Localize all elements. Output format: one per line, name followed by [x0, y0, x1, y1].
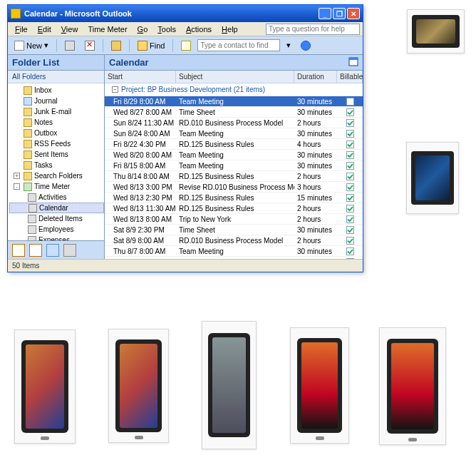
- folder-junk-e-mail[interactable]: Junk E-mail: [9, 106, 104, 117]
- folder-deleted-items[interactable]: Deleted Items: [9, 213, 104, 224]
- folder-journal[interactable]: Journal: [9, 96, 104, 106]
- cell-billable[interactable]: [337, 246, 363, 256]
- menu-edit[interactable]: Edit: [33, 24, 56, 35]
- project-group-row[interactable]: − Project: BP Business Development (21 i…: [105, 83, 363, 96]
- menu-timemeter[interactable]: Time Meter: [83, 24, 131, 35]
- calendar-row[interactable]: Fri 8/15 8:00 AMTeam Meeting30 minutes: [105, 160, 363, 171]
- calendar-row[interactable]: Wed 8/13 11:30 AMRD.125 Business Rules2 …: [105, 203, 363, 214]
- billable-checkbox[interactable]: [346, 130, 354, 138]
- all-folders-header[interactable]: All Folders: [8, 71, 104, 83]
- billable-checkbox[interactable]: [346, 151, 354, 159]
- mail-nav-icon[interactable]: [12, 244, 25, 257]
- calendar-row[interactable]: Thu 8/7 8:00 AMTeam Meeting30 minutes: [105, 246, 363, 257]
- cell-billable[interactable]: [337, 96, 363, 106]
- calendar-row[interactable]: Sun 8/24 8:00 AMTeam Meeting30 minutes: [105, 128, 363, 139]
- toolbar-help-button[interactable]: [297, 39, 314, 53]
- folder-employees[interactable]: Employees: [9, 224, 104, 235]
- cell-billable[interactable]: [337, 139, 363, 149]
- help-search-input[interactable]: [266, 24, 360, 35]
- minimize-button[interactable]: _: [319, 8, 331, 19]
- menu-file[interactable]: File: [11, 24, 32, 35]
- billable-checkbox[interactable]: [346, 226, 354, 234]
- cell-billable[interactable]: [337, 193, 363, 203]
- shortcuts-nav-icon[interactable]: [63, 244, 76, 257]
- find-icon: [138, 41, 148, 51]
- cell-billable[interactable]: [337, 235, 363, 245]
- titlebar[interactable]: Calendar - Microsoft Outlook _ ❐ ✕: [8, 5, 363, 22]
- cell-billable[interactable]: [337, 214, 363, 224]
- find-button[interactable]: Find: [134, 39, 168, 53]
- calendar-row[interactable]: Sun 8/24 11:30 AMRD.010 Business Process…: [105, 118, 363, 128]
- folder-outbox[interactable]: Outbox: [9, 128, 104, 138]
- billable-checkbox[interactable]: [346, 162, 354, 170]
- menu-help[interactable]: Help: [217, 24, 242, 35]
- billable-checkbox[interactable]: [346, 194, 354, 202]
- close-button[interactable]: ✕: [347, 8, 360, 19]
- folder-sent-items[interactable]: Sent Items: [9, 149, 104, 160]
- folder-search-folders[interactable]: +Search Folders: [9, 170, 104, 181]
- billable-checkbox[interactable]: [346, 98, 354, 106]
- cell-billable[interactable]: [337, 171, 363, 181]
- col-start[interactable]: Start: [105, 71, 176, 83]
- folder-tasks[interactable]: Tasks: [9, 160, 104, 170]
- maximize-button[interactable]: ❐: [333, 8, 346, 19]
- col-subject[interactable]: Subject: [176, 71, 294, 83]
- delete-button[interactable]: [81, 39, 98, 53]
- cell-billable[interactable]: [337, 182, 363, 192]
- folder-notes[interactable]: Notes: [9, 117, 104, 128]
- cell-billable[interactable]: [337, 225, 363, 235]
- print-button[interactable]: [61, 39, 78, 53]
- folder-inbox[interactable]: Inbox: [9, 85, 104, 96]
- cell-billable[interactable]: [337, 160, 363, 170]
- tree-toggle-icon[interactable]: -: [14, 183, 20, 190]
- folder-nav-icon[interactable]: [46, 244, 59, 257]
- calendar-header-icon[interactable]: [348, 56, 358, 68]
- folder-expenses[interactable]: Expenses: [9, 235, 104, 240]
- collapse-icon[interactable]: −: [112, 86, 118, 93]
- calendar-row[interactable]: Wed 8/20 8:00 AMTeam Meeting30 minutes: [105, 150, 363, 160]
- calendar-row[interactable]: Fri 8/22 4:30 PMRD.125 Business Rules4 h…: [105, 139, 363, 150]
- folder-calendar[interactable]: Calendar: [9, 203, 104, 213]
- tree-toggle-icon[interactable]: +: [14, 173, 20, 179]
- cell-billable[interactable]: [337, 203, 363, 213]
- calendar-row[interactable]: Wed 8/13 8:00 AMTrip to New York2 hours: [105, 214, 363, 225]
- calendar-row[interactable]: Wed 8/13 2:30 PMRD.125 Business Rules15 …: [105, 193, 363, 203]
- calendar-row[interactable]: Wed 8/27 8:00 AMTime Sheet30 minutes: [105, 107, 363, 118]
- cell-billable[interactable]: [337, 118, 363, 128]
- calendar-row[interactable]: Wed 8/13 3:00 PMRevise RD.010 Business P…: [105, 182, 363, 193]
- folder-time-meter[interactable]: -Time Meter: [9, 181, 104, 192]
- folder-rss-feeds[interactable]: RSS Feeds: [9, 138, 104, 149]
- billable-checkbox[interactable]: [346, 173, 354, 180]
- toolbar-dropdown[interactable]: ▾: [283, 39, 294, 53]
- menu-tools[interactable]: Tools: [153, 24, 180, 35]
- billable-checkbox[interactable]: [346, 140, 354, 148]
- folder-tree[interactable]: InboxJournalJunk E-mailNotesOutboxRSS Fe…: [8, 83, 104, 240]
- billable-checkbox[interactable]: [346, 108, 354, 116]
- billable-checkbox[interactable]: [346, 215, 354, 223]
- calendar-row[interactable]: Sat 8/9 2:30 PMTime Sheet30 minutes: [105, 225, 363, 235]
- billable-checkbox[interactable]: [346, 205, 354, 213]
- calendar-row[interactable]: Sat 8/9 8:00 AMRD.010 Business Process M…: [105, 235, 363, 246]
- menu-actions[interactable]: Actions: [182, 24, 216, 35]
- menu-view[interactable]: View: [57, 24, 83, 35]
- billable-checkbox[interactable]: [346, 247, 354, 255]
- cell-subject: Team Meeting: [176, 160, 294, 170]
- categorize-button[interactable]: [108, 39, 125, 53]
- address-book-button[interactable]: [177, 39, 195, 53]
- cell-billable[interactable]: [337, 107, 363, 117]
- billable-checkbox[interactable]: [346, 237, 354, 245]
- cell-billable[interactable]: [337, 150, 363, 160]
- calendar-nav-icon[interactable]: [29, 244, 42, 257]
- cell-billable[interactable]: [337, 128, 363, 138]
- calendar-row[interactable]: Thu 8/14 8:00 AMRD.125 Business Rules2 h…: [105, 171, 363, 182]
- menu-go[interactable]: Go: [133, 24, 152, 35]
- calendar-row[interactable]: Fri 8/29 8:00 AMTeam Meeting30 minutes: [105, 96, 363, 107]
- col-duration[interactable]: Duration: [294, 71, 337, 83]
- col-billable[interactable]: Billable: [337, 71, 363, 83]
- folder-activities[interactable]: Activities: [9, 192, 104, 203]
- billable-checkbox[interactable]: [346, 119, 354, 127]
- new-button[interactable]: New ▾: [11, 39, 52, 53]
- billable-checkbox[interactable]: [346, 183, 354, 191]
- find-contact-input[interactable]: [197, 39, 280, 51]
- calendar-grid-body[interactable]: − Project: BP Business Development (21 i…: [105, 83, 363, 259]
